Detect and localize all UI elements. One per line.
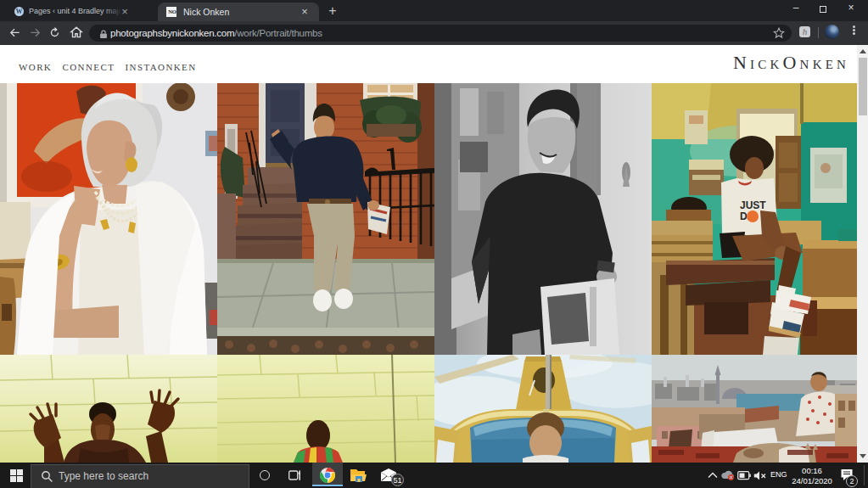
svg-text:D: D (740, 210, 748, 222)
svg-text:JUST: JUST (740, 199, 766, 211)
